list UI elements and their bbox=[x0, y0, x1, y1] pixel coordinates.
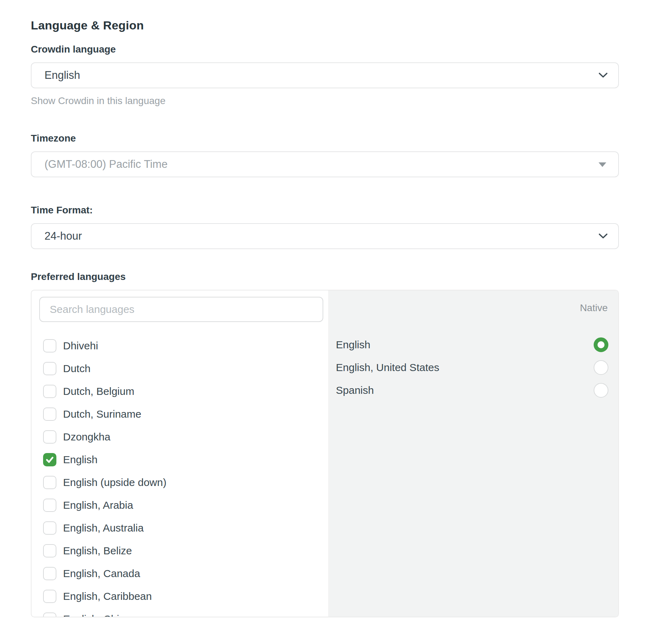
checkbox[interactable] bbox=[43, 476, 56, 489]
language-option-row[interactable]: Dutch, Belgium bbox=[32, 380, 328, 403]
native-language-label: English, United States bbox=[336, 362, 439, 374]
language-option-row[interactable]: English, Australia bbox=[32, 516, 328, 539]
native-radio-list: English English, United States Spanish bbox=[336, 333, 608, 402]
checkbox[interactable] bbox=[43, 612, 56, 617]
timezone-label: Timezone bbox=[31, 132, 619, 145]
language-option-label: English, Belize bbox=[63, 544, 132, 558]
chevron-down-icon bbox=[599, 233, 608, 239]
checkbox[interactable] bbox=[43, 590, 56, 603]
checkbox[interactable] bbox=[43, 385, 56, 398]
language-option-row[interactable]: English, China bbox=[32, 608, 328, 617]
crowdin-language-label: Crowdin language bbox=[31, 43, 619, 56]
timezone-field: Timezone (GMT-08:00) Pacific Time bbox=[31, 132, 619, 177]
checkbox[interactable] bbox=[43, 339, 56, 352]
preferred-languages-field: Preferred languages Dhivehi bbox=[31, 270, 619, 617]
language-option-row[interactable]: English, Caribbean bbox=[32, 585, 328, 608]
language-option-label: English (upside down) bbox=[63, 475, 166, 489]
language-option-label: English bbox=[63, 453, 97, 467]
language-option-label: Dzongkha bbox=[63, 430, 110, 444]
crowdin-language-helper: Show Crowdin in this language bbox=[31, 95, 619, 107]
timezone-selected-value: (GMT-08:00) Pacific Time bbox=[44, 158, 167, 171]
language-search-column: Dhivehi Dutch Dutch, Belgium bbox=[32, 290, 328, 617]
preferred-languages-label: Preferred languages bbox=[31, 270, 619, 283]
time-format-selected-value: 24-hour bbox=[44, 230, 82, 242]
checkbox[interactable] bbox=[43, 453, 56, 466]
crowdin-language-field: Crowdin language English Show Crowdin in… bbox=[31, 43, 619, 107]
checkbox[interactable] bbox=[43, 567, 56, 580]
language-checkbox-list: Dhivehi Dutch Dutch, Belgium bbox=[32, 334, 328, 617]
native-language-row[interactable]: English bbox=[336, 333, 608, 356]
radio-button[interactable] bbox=[594, 337, 608, 352]
crowdin-language-select[interactable]: English bbox=[31, 62, 619, 88]
language-option-row[interactable]: Dutch bbox=[32, 357, 328, 380]
language-option-row[interactable]: English (upside down) bbox=[32, 471, 328, 494]
language-region-settings-page: Language & Region Crowdin language Engli… bbox=[0, 0, 656, 617]
language-option-label: English, Caribbean bbox=[63, 589, 152, 603]
language-option-row[interactable]: Dzongkha bbox=[32, 425, 328, 448]
radio-button[interactable] bbox=[594, 360, 608, 375]
language-option-label: English, Arabia bbox=[63, 498, 133, 512]
language-option-label: English, China bbox=[63, 612, 131, 617]
language-option-label: Dutch bbox=[63, 362, 90, 376]
checkbox[interactable] bbox=[43, 430, 56, 444]
native-language-label: English bbox=[336, 339, 370, 351]
chevron-down-icon bbox=[599, 73, 608, 78]
time-format-field: Time Format: 24-hour bbox=[31, 204, 619, 249]
native-language-row[interactable]: English, United States bbox=[336, 356, 608, 379]
checkbox[interactable] bbox=[43, 544, 56, 557]
preferred-languages-panel: Dhivehi Dutch Dutch, Belgium bbox=[31, 290, 619, 617]
language-option-row[interactable]: English bbox=[32, 448, 328, 471]
time-format-select[interactable]: 24-hour bbox=[31, 223, 619, 249]
language-option-label: Dutch, Belgium bbox=[63, 384, 134, 398]
search-languages-input[interactable] bbox=[39, 297, 323, 322]
checkbox[interactable] bbox=[43, 407, 56, 421]
language-option-row[interactable]: English, Belize bbox=[32, 539, 328, 562]
checkbox[interactable] bbox=[43, 362, 56, 375]
search-wrap bbox=[39, 297, 323, 322]
language-option-label: English, Australia bbox=[63, 521, 144, 535]
checkmark-icon bbox=[45, 455, 54, 464]
time-format-label: Time Format: bbox=[31, 204, 619, 217]
language-option-label: Dutch, Suriname bbox=[63, 407, 141, 421]
triangle-down-icon bbox=[599, 163, 606, 167]
native-language-row[interactable]: Spanish bbox=[336, 379, 608, 402]
language-option-row[interactable]: Dutch, Suriname bbox=[32, 403, 328, 425]
language-option-row[interactable]: English, Canada bbox=[32, 562, 328, 585]
native-language-label: Spanish bbox=[336, 384, 374, 396]
language-option-label: Dhivehi bbox=[63, 339, 98, 353]
native-language-column: Native English English, United States Sp… bbox=[328, 290, 618, 617]
language-option-row[interactable]: Dhivehi bbox=[32, 334, 328, 357]
language-option-label: English, Canada bbox=[63, 567, 140, 581]
language-option-row[interactable]: English, Arabia bbox=[32, 494, 328, 516]
page-title: Language & Region bbox=[31, 18, 619, 33]
timezone-select[interactable]: (GMT-08:00) Pacific Time bbox=[31, 151, 619, 177]
radio-button[interactable] bbox=[594, 383, 608, 398]
crowdin-language-selected-value: English bbox=[44, 69, 80, 82]
native-column-header: Native bbox=[336, 302, 608, 314]
checkbox[interactable] bbox=[43, 499, 56, 512]
checkbox[interactable] bbox=[43, 521, 56, 535]
